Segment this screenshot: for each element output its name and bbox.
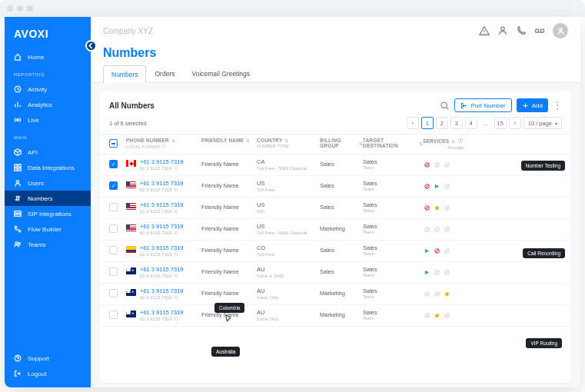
voicemail-icon[interactable] [534,25,545,36]
sidebar-item-logout[interactable]: Logout [5,366,91,381]
tab-numbers[interactable]: Numbers [103,65,146,83]
tab-orders[interactable]: Orders [146,65,183,82]
service-red-icon[interactable] [423,161,430,168]
svg-point-9 [15,226,17,228]
sidebar-item-analytics[interactable]: Analytics [5,97,91,112]
copy-icon[interactable] [174,274,178,278]
sidebar-item-teams[interactable]: Teams [5,237,91,252]
copy-icon[interactable] [174,231,178,235]
row-checkbox[interactable] [109,160,118,168]
select-all-checkbox[interactable] [109,139,118,148]
phone-number[interactable]: +61 3 9115 7319 [140,180,184,187]
service-green-icon[interactable] [423,247,430,254]
target-destination: Sales [363,244,423,251]
phone-number[interactable]: +61 3 9115 7319 [140,223,184,230]
phone-icon[interactable] [516,25,527,36]
row-checkbox[interactable] [109,289,118,297]
copy-icon[interactable] [174,295,178,300]
copy-icon[interactable] [174,166,178,171]
row-checkbox[interactable] [109,224,118,233]
sidebar-item-label: SIP Integrations [28,211,71,218]
sidebar-item-live[interactable]: Live [5,112,91,128]
copy-icon[interactable] [174,317,178,321]
service-green-icon[interactable] [423,268,430,276]
number-type: Toll Free [257,188,320,192]
more-icon[interactable]: ⋮ [553,101,562,110]
phone-number[interactable]: +61 3 9115 7319 [140,244,184,251]
sidebar-item-activity[interactable]: Activity [5,81,91,97]
service-disabled-icon[interactable] [423,311,430,319]
sort-icon[interactable]: ⇅ [451,138,455,144]
service-disabled-icon[interactable] [433,225,440,233]
grid-icon [14,164,22,171]
page-prev[interactable]: ‹ [407,117,419,129]
number-type: Voice & SMS [257,274,320,278]
sidebar-item-api[interactable]: API [5,145,91,160]
sidebar-item-flow-builder[interactable]: Flow Builder [5,221,91,237]
info-icon[interactable]: ⓘ [458,138,463,145]
service-disabled-icon[interactable] [433,161,440,168]
service-disabled-icon[interactable] [423,290,430,297]
service-red-icon[interactable] [423,182,430,190]
service-yellow-icon[interactable] [433,311,440,319]
sidebar-collapse-button[interactable] [85,40,97,51]
sidebar-item-data-integrations[interactable]: Data Integrations [5,160,91,175]
sort-icon[interactable]: ⇅ [246,138,250,143]
page-15[interactable]: 15 [494,117,507,129]
service-disabled-icon[interactable] [423,225,430,233]
sort-icon[interactable]: ⇅ [284,138,288,143]
page-2[interactable]: 2 [436,117,448,129]
tab-voicemail-greetings[interactable]: Voicemail Greetings [183,65,258,82]
page-3[interactable]: 3 [450,117,463,129]
service-green-icon[interactable] [433,182,440,190]
user-icon[interactable] [497,25,508,36]
service-disabled-icon[interactable] [443,247,450,254]
copy-icon[interactable] [174,252,178,257]
page-title: Numbers [91,45,580,65]
per-page-select[interactable]: 10 / page ▾ [524,117,562,129]
port-number-button[interactable]: Port Number [454,98,511,112]
friendly-name: Friendly Name [201,223,257,232]
page-4[interactable]: 4 [465,117,477,129]
service-yellow-icon[interactable] [433,204,440,211]
phone-number[interactable]: +61 3 9115 7319 [140,287,184,294]
service-red-icon[interactable] [423,204,430,211]
sidebar-item-home[interactable]: Home [5,49,91,65]
service-disabled-icon[interactable] [443,204,450,211]
service-yellow-icon[interactable] [443,290,450,297]
sidebar-item-sip-integrations[interactable]: SIP Integrations [5,206,91,221]
add-button[interactable]: Add [517,98,548,112]
phone-number[interactable]: +61 3 9115 7319 [140,309,184,316]
services [423,287,483,297]
search-icon[interactable] [440,101,450,111]
service-disabled-icon[interactable] [443,182,450,190]
row-checkbox[interactable] [109,246,118,254]
service-red-icon[interactable] [433,247,440,254]
row-checkbox[interactable] [109,181,118,190]
phone-number[interactable]: +61 3 9115 7319 [140,158,184,165]
alert-icon[interactable] [479,25,490,36]
service-disabled-icon[interactable] [433,268,440,276]
row-checkbox[interactable] [109,267,118,276]
sidebar-item-numbers[interactable]: Numbers [5,191,91,206]
copy-icon[interactable] [174,188,178,192]
sidebar-item-support[interactable]: Support [5,350,91,366]
service-disabled-icon[interactable] [443,225,450,233]
country-code: CA [257,158,320,165]
info-icon[interactable]: ⓘ [161,145,166,149]
service-disabled-icon[interactable] [443,161,450,168]
page-next[interactable]: › [509,117,521,129]
phone-number[interactable]: +61 3 9115 7319 [140,266,184,273]
copy-icon[interactable] [174,209,178,214]
row-checkbox[interactable] [109,311,118,319]
row-checkbox[interactable] [109,203,118,211]
target-destination: Sales [363,266,423,273]
phone-number[interactable]: +61 3 9115 7319 [140,201,184,208]
service-disabled-icon[interactable] [433,290,440,297]
service-disabled-icon[interactable] [443,311,450,319]
avatar[interactable] [553,23,568,38]
sort-icon[interactable]: ⇅ [171,138,175,143]
page-1[interactable]: 1 [421,117,434,129]
service-disabled-icon[interactable] [443,268,450,276]
sidebar-item-users[interactable]: Users [5,175,91,191]
